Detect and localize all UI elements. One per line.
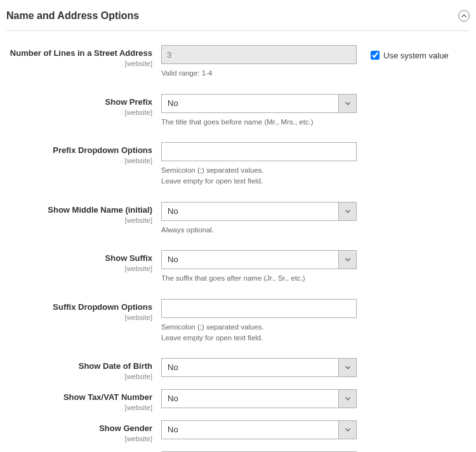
help-street-lines: Valid range: 1-4 (161, 68, 357, 79)
select-show-middle[interactable]: No (161, 202, 357, 221)
scope-label: [website] (6, 404, 152, 411)
label-suffix-options: Suffix Dropdown Options (53, 302, 152, 312)
scope-label: [website] (6, 373, 152, 380)
scope-label: [website] (6, 314, 152, 321)
label-show-suffix: Show Suffix (105, 253, 152, 263)
field-show-gender: Show Gender [website] No (6, 420, 470, 442)
field-prefix-options: Prefix Dropdown Options [website] Semico… (6, 142, 470, 186)
select-value: No (162, 390, 338, 408)
help-show-prefix: The title that goes before name (Mr., Mr… (161, 117, 357, 128)
label-show-dob: Show Date of Birth (79, 361, 152, 371)
chevron-up-icon (461, 14, 466, 18)
select-value: No (162, 421, 338, 439)
select-show-dob[interactable]: No (161, 358, 357, 377)
scope-label: [website] (6, 60, 152, 67)
chevron-down-icon (338, 359, 356, 376)
scope-label: [website] (6, 109, 152, 116)
select-value: No (162, 359, 338, 376)
chevron-down-icon (338, 95, 356, 112)
label-show-middle: Show Middle Name (initial) (48, 205, 152, 215)
input-prefix-options[interactable] (161, 142, 357, 161)
field-show-prefix: Show Prefix [website] No The title that … (6, 94, 470, 128)
select-value: No (162, 203, 338, 220)
scope-label: [website] (6, 216, 152, 224)
field-show-middle: Show Middle Name (initial) [website] No … (6, 202, 470, 236)
select-show-prefix[interactable]: No (161, 94, 357, 113)
input-street-lines (161, 45, 357, 64)
fieldset: Number of Lines in a Street Address [web… (6, 45, 470, 452)
field-suffix-options: Suffix Dropdown Options [website] Semico… (6, 299, 470, 343)
scope-label: [website] (6, 265, 152, 272)
label-show-prefix: Show Prefix (105, 97, 152, 107)
help-show-suffix: The suffix that goes after name (Jr., Sr… (161, 273, 357, 284)
field-show-tax: Show Tax/VAT Number [website] No (6, 389, 470, 411)
section-header: Name and Address Options (6, 6, 470, 31)
help-suffix-options: Semicolon (;) separated values. Leave em… (161, 322, 357, 343)
use-system-label: Use system value (383, 51, 449, 60)
select-show-suffix[interactable]: No (161, 250, 357, 269)
scope-label: [website] (6, 157, 152, 164)
field-show-dob: Show Date of Birth [website] No (6, 358, 470, 380)
select-show-tax[interactable]: No (161, 389, 357, 408)
chevron-down-icon (338, 251, 356, 269)
help-prefix-options: Semicolon (;) separated values. Leave em… (161, 165, 357, 186)
collapse-toggle[interactable] (458, 10, 470, 22)
select-value: No (162, 95, 338, 112)
label-show-gender: Show Gender (99, 423, 152, 433)
checkbox-use-system-street-lines[interactable] (371, 51, 380, 60)
chevron-down-icon (338, 390, 356, 408)
label-show-tax: Show Tax/VAT Number (63, 392, 152, 402)
help-show-middle: Always optional. (161, 225, 357, 236)
select-show-gender[interactable]: No (161, 420, 357, 439)
input-suffix-options[interactable] (161, 299, 357, 318)
chevron-down-icon (338, 203, 356, 220)
use-system-wrap: Use system value (357, 45, 449, 62)
label-street-lines: Number of Lines in a Street Address (10, 48, 152, 58)
label-prefix-options: Prefix Dropdown Options (53, 145, 152, 155)
field-show-suffix: Show Suffix [website] No The suffix that… (6, 250, 470, 284)
section-title: Name and Address Options (6, 10, 139, 22)
chevron-down-icon (338, 421, 356, 439)
select-value: No (162, 251, 338, 269)
field-street-lines: Number of Lines in a Street Address [web… (6, 45, 470, 79)
scope-label: [website] (6, 435, 152, 442)
